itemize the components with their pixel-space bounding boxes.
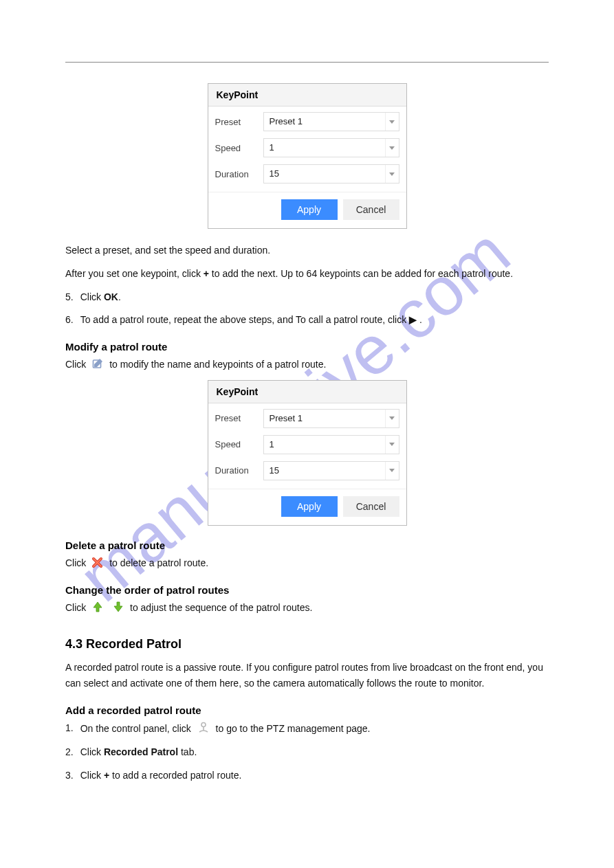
step-6: 6. To add a patrol route, repeat the abo…: [65, 312, 549, 329]
body-text: After you set one keypoint, click + to a…: [65, 266, 549, 282]
chevron-down-icon: [385, 113, 399, 131]
body-text: Click to delete a patrol route.: [65, 555, 549, 572]
duration-label: Duration: [215, 465, 263, 476]
dialog-title: KeyPoint: [208, 84, 406, 107]
keypoint-dialog: KeyPoint Preset Preset 1 Speed 1: [208, 83, 407, 229]
body-text: Select a preset, and set the speed and d…: [65, 243, 549, 259]
step-3: 3. Click + to add a recorded patrol rout…: [65, 768, 549, 784]
speed-value: 1: [264, 139, 385, 157]
apply-button[interactable]: Apply: [281, 199, 338, 220]
speed-value: 1: [264, 436, 385, 454]
apply-button[interactable]: Apply: [281, 496, 338, 517]
step-5: 5. Click OK.: [65, 289, 549, 306]
ptz-icon: [197, 720, 210, 734]
chevron-down-icon: [385, 436, 399, 454]
heading-modify-route: Modify a patrol route: [65, 341, 549, 353]
step-2: 2. Click Recorded Patrol tab.: [65, 744, 549, 761]
heading-recorded-patrol: 4.3 Recorded Patrol: [65, 637, 549, 652]
preset-select[interactable]: Preset 1: [263, 112, 399, 131]
arrow-down-icon: [112, 601, 124, 613]
body-text: A recorded patrol route is a passive rou…: [65, 660, 549, 693]
step-1: 1. On the control panel, click to go to …: [65, 720, 549, 737]
speed-select[interactable]: 1: [263, 138, 399, 157]
edit-icon: [91, 357, 104, 370]
speed-label: Speed: [215, 143, 263, 153]
duration-label: Duration: [215, 169, 263, 179]
duration-value: 15: [264, 165, 385, 183]
preset-label: Preset: [215, 413, 263, 423]
plus-label: +: [204, 268, 209, 279]
dialog-title: KeyPoint: [208, 381, 406, 403]
keypoint-dialog: KeyPoint Preset Preset 1 Speed 1: [208, 380, 407, 526]
preset-select[interactable]: Preset 1: [263, 409, 399, 428]
heading-add-recorded-route: Add a recorded patrol route: [65, 704, 549, 716]
heading-delete-route: Delete a patrol route: [65, 539, 549, 551]
chevron-down-icon: [385, 139, 399, 157]
heading-order-routes: Change the order of patrol routes: [65, 584, 549, 596]
preset-value: Preset 1: [264, 410, 385, 427]
chevron-down-icon: [385, 462, 399, 480]
chevron-down-icon: [385, 165, 399, 183]
preset-label: Preset: [215, 117, 263, 127]
chevron-down-icon: [385, 410, 399, 427]
cancel-button[interactable]: Cancel: [343, 199, 399, 220]
duration-select[interactable]: 15: [263, 461, 399, 480]
duration-select[interactable]: 15: [263, 164, 399, 183]
body-text: Click to adjust the sequence of the patr…: [65, 600, 549, 616]
delete-icon: [91, 556, 104, 568]
cancel-button[interactable]: Cancel: [343, 496, 399, 517]
page-top-rule: [65, 62, 549, 63]
preset-value: Preset 1: [264, 113, 385, 131]
arrow-up-icon: [91, 601, 104, 613]
speed-label: Speed: [215, 439, 263, 449]
speed-select[interactable]: 1: [263, 435, 399, 454]
duration-value: 15: [264, 462, 385, 480]
body-text: Click to modify the name and keypoints o…: [65, 357, 549, 373]
svg-point-1: [201, 723, 206, 727]
